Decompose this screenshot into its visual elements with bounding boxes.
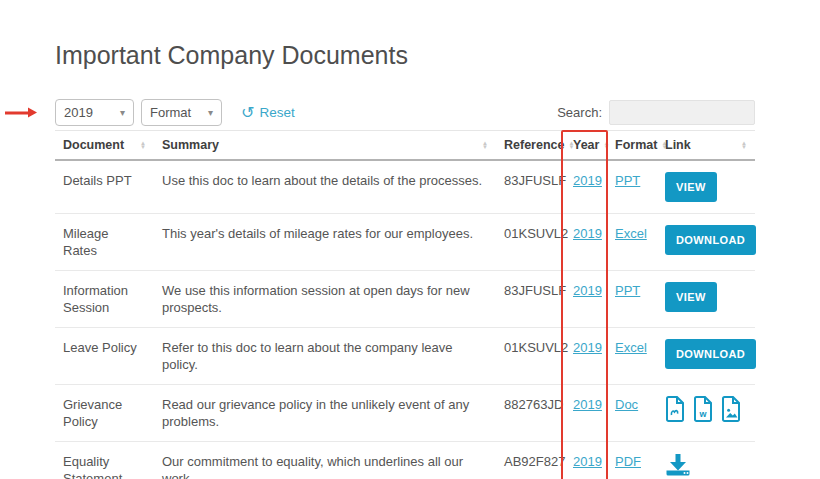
- page: Important Company Documents 2019 ▾ Forma…: [0, 0, 820, 479]
- download-icon-wrap: [665, 453, 747, 476]
- column-label: Document: [63, 138, 124, 152]
- year-link[interactable]: 2019: [573, 340, 602, 355]
- summary-cell: This year's details of mileage rates for…: [154, 214, 496, 271]
- column-header-document[interactable]: Document▲▼: [55, 131, 154, 161]
- table-row: Leave Policy Refer to this doc to learn …: [55, 328, 755, 385]
- sort-icon: ▲▼: [482, 141, 488, 150]
- annotation-arrow-head: [28, 107, 37, 117]
- format-link[interactable]: Excel: [615, 340, 647, 355]
- document-cell: Leave Policy: [55, 328, 154, 385]
- document-cell: Grievance Policy: [55, 385, 154, 442]
- format-link[interactable]: PPT: [615, 173, 640, 188]
- column-label: Reference: [504, 138, 564, 152]
- download-button[interactable]: DOWNLOAD: [665, 225, 756, 255]
- reference-cell: 882763JD: [496, 385, 565, 442]
- word-file-icon[interactable]: w: [693, 396, 714, 422]
- sort-desc-icon: ▼: [741, 145, 747, 150]
- summary-cell: Read our grievance policy in the unlikel…: [154, 385, 496, 442]
- sort-icon: ▲▼: [603, 141, 609, 150]
- search-group: Search:: [557, 100, 755, 125]
- svg-text:w: w: [698, 409, 707, 419]
- annotation-arrow: [5, 107, 37, 118]
- view-button[interactable]: VIEW: [665, 282, 717, 312]
- format-link[interactable]: Excel: [615, 226, 647, 241]
- documents-table-wrap: Document▲▼ Summary▲▼ Reference▲▼ Year▲▼ …: [55, 130, 755, 479]
- reset-label: Reset: [259, 105, 294, 120]
- column-label: Year: [573, 138, 599, 152]
- document-cell: Information Session: [55, 271, 154, 328]
- sort-desc-icon: ▼: [140, 145, 146, 150]
- reference-cell: 01KSUVL2: [496, 328, 565, 385]
- view-button[interactable]: VIEW: [665, 172, 717, 202]
- format-filter-dropdown[interactable]: Format ▾: [141, 99, 222, 126]
- year-link[interactable]: 2019: [573, 454, 602, 469]
- summary-cell: Refer to this doc to learn about the com…: [154, 328, 496, 385]
- document-cell: Mileage Rates: [55, 214, 154, 271]
- download-icon[interactable]: [665, 453, 692, 476]
- summary-cell: Our commitment to equality, which underl…: [154, 442, 496, 479]
- image-file-icon[interactable]: [721, 396, 742, 422]
- column-header-format[interactable]: Format▲▼: [607, 131, 657, 161]
- column-header-summary[interactable]: Summary▲▼: [154, 131, 496, 161]
- sort-icon: ▲▼: [140, 141, 146, 150]
- table-row: Mileage Rates This year's details of mil…: [55, 214, 755, 271]
- reference-cell: 83JFUSLF: [496, 271, 565, 328]
- format-link[interactable]: PPT: [615, 283, 640, 298]
- year-link[interactable]: 2019: [573, 283, 602, 298]
- file-icons: w: [665, 396, 742, 422]
- summary-cell: Use this doc to learn about the details …: [154, 160, 496, 214]
- format-link[interactable]: PDF: [615, 454, 641, 469]
- pdf-file-icon[interactable]: [665, 396, 686, 422]
- year-filter-value: 2019: [64, 105, 93, 120]
- reference-cell: 01KSUVL2: [496, 214, 565, 271]
- table-row: Details PPT Use this doc to learn about …: [55, 160, 755, 214]
- toolbar: 2019 ▾ Format ▾ ↺ Reset Search:: [55, 99, 755, 126]
- download-button[interactable]: DOWNLOAD: [665, 339, 756, 369]
- year-link[interactable]: 2019: [573, 226, 602, 241]
- reference-cell: 83JFUSLF: [496, 160, 565, 214]
- search-input[interactable]: [609, 100, 755, 125]
- summary-cell: We use this information session at open …: [154, 271, 496, 328]
- column-label: Summary: [162, 138, 219, 152]
- reference-cell: AB92F827: [496, 442, 565, 479]
- year-link[interactable]: 2019: [573, 173, 602, 188]
- format-filter-value: Format: [150, 105, 191, 120]
- table-row: Grievance Policy Read our grievance poli…: [55, 385, 755, 442]
- sort-desc-icon: ▼: [603, 145, 609, 150]
- search-label: Search:: [557, 105, 602, 120]
- sort-icon: ▲▼: [741, 141, 747, 150]
- sort-desc-icon: ▼: [482, 145, 488, 150]
- annotation-arrow-shaft: [5, 111, 29, 114]
- document-cell: Equality Statement: [55, 442, 154, 479]
- format-link[interactable]: Doc: [615, 397, 638, 412]
- table-header-row: Document▲▼ Summary▲▼ Reference▲▼ Year▲▼ …: [55, 131, 755, 161]
- chevron-down-icon: ▾: [208, 107, 213, 118]
- table-row: Equality Statement Our commitment to equ…: [55, 442, 755, 479]
- reset-link[interactable]: ↺ Reset: [241, 105, 295, 121]
- document-cell: Details PPT: [55, 160, 154, 214]
- undo-icon: ↺: [241, 105, 254, 121]
- page-title: Important Company Documents: [55, 40, 755, 70]
- year-link[interactable]: 2019: [573, 397, 602, 412]
- column-label: Format: [615, 138, 657, 152]
- column-label: Link: [665, 138, 691, 152]
- column-header-link[interactable]: Link▲▼: [657, 131, 755, 161]
- year-filter-dropdown[interactable]: 2019 ▾: [55, 99, 134, 126]
- table-row: Information Session We use this informat…: [55, 271, 755, 328]
- chevron-down-icon: ▾: [120, 107, 125, 118]
- column-header-reference[interactable]: Reference▲▼: [496, 131, 565, 161]
- documents-table: Document▲▼ Summary▲▼ Reference▲▼ Year▲▼ …: [55, 130, 755, 479]
